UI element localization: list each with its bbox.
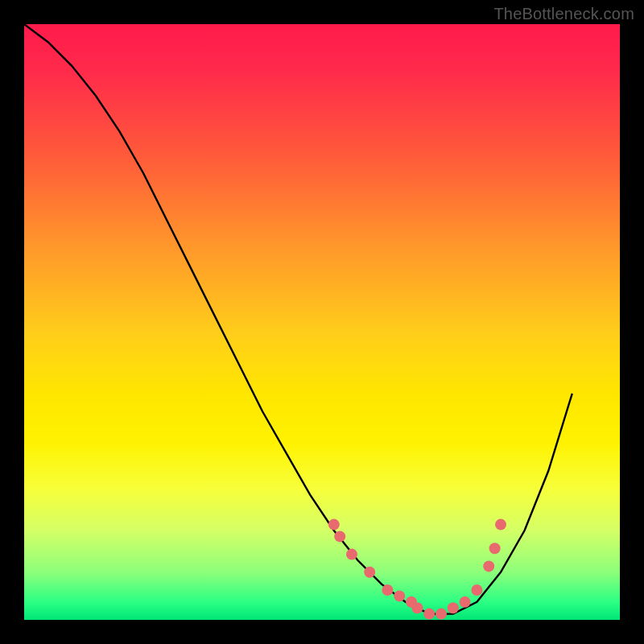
marker-dot bbox=[483, 560, 494, 572]
marker-dot bbox=[436, 609, 447, 620]
marker-dot bbox=[460, 597, 471, 608]
curve-svg bbox=[24, 24, 620, 620]
marker-dot bbox=[489, 543, 501, 554]
bottleneck-curve-path bbox=[24, 24, 572, 614]
marker-dot bbox=[423, 609, 435, 620]
plot-area bbox=[24, 24, 620, 620]
marker-dot bbox=[364, 567, 375, 578]
watermark-text: TheBottleneck.com bbox=[493, 5, 634, 23]
marker-dot bbox=[346, 549, 357, 560]
marker-dot bbox=[328, 519, 340, 530]
marker-dot bbox=[411, 602, 423, 613]
marker-dot bbox=[495, 519, 506, 530]
chart-frame: TheBottleneck.com bbox=[0, 0, 644, 644]
marker-dot bbox=[382, 584, 393, 596]
marker-dot bbox=[334, 530, 345, 542]
marker-group bbox=[328, 519, 506, 620]
marker-dot bbox=[448, 602, 459, 613]
marker-dot bbox=[471, 584, 482, 596]
marker-dot bbox=[394, 590, 405, 601]
